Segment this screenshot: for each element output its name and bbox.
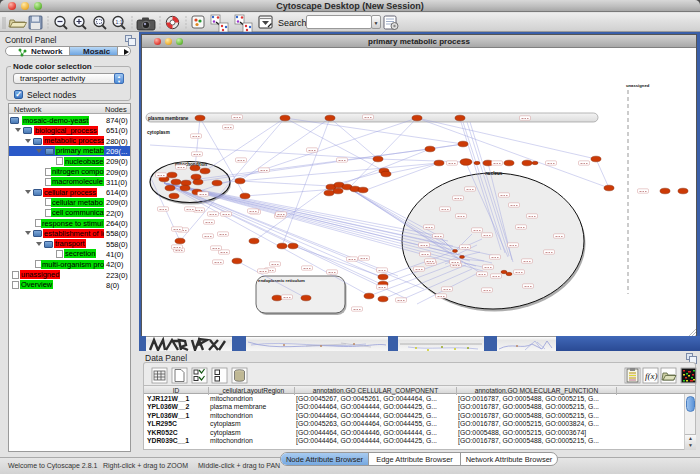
svg-text:f(x): f(x) [645,371,658,381]
svg-text:nucleus: nucleus [485,171,503,176]
svg-text:cytoplasm: cytoplasm [147,130,170,135]
svg-text:unassigned: unassigned [626,83,650,88]
svg-text:endoplasmic reticulum: endoplasmic reticulum [258,278,305,283]
svg-text:plasma membrane: plasma membrane [148,116,189,121]
svg-text:1:1: 1:1 [116,19,123,25]
